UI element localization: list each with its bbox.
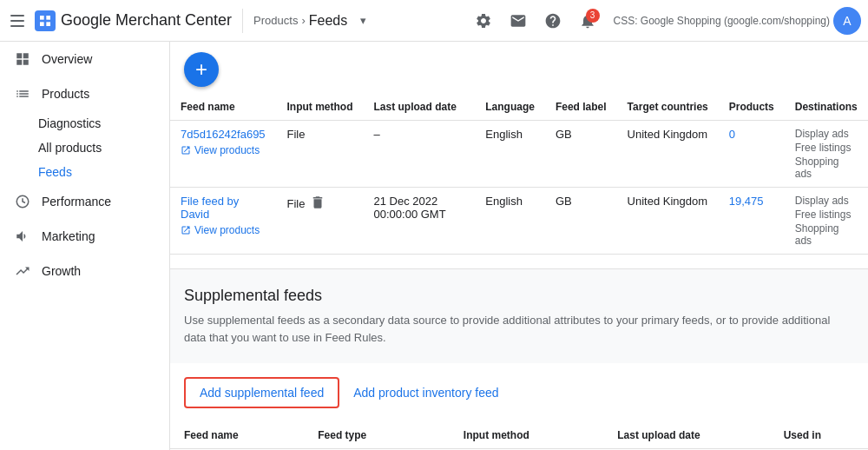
header-icons: 3 CSS: Google Shopping (google.com/shopp… — [468, 5, 862, 36]
sidebar-item-all-products[interactable]: All products — [0, 136, 162, 160]
input-method-cell-2: File — [277, 188, 364, 255]
products-icon — [14, 85, 31, 103]
add-supplemental-feed-button[interactable]: Add supplemental feed — [184, 377, 339, 408]
svg-rect-3 — [46, 22, 50, 26]
feed-name-cell: 7d5d16242fa695 View products — [170, 121, 277, 188]
language-cell-2: English — [475, 188, 545, 255]
sidebar-item-overview[interactable]: Overview — [0, 42, 162, 76]
col-destinations: Destinations — [785, 94, 868, 121]
products-count-cell-2: 19,475 — [719, 188, 785, 255]
feed-label-cell: GB — [545, 121, 617, 188]
account-dropdown[interactable]: ▾ — [354, 12, 372, 30]
top-header: Google Merchant Center Products › Feeds … — [0, 0, 868, 42]
css-label: CSS: Google Shopping (google.com/shoppin… — [614, 15, 831, 27]
sidebar-item-performance-label: Performance — [42, 195, 111, 208]
supp-col-last-upload: Last upload date — [603, 422, 769, 449]
notification-count: 3 — [586, 9, 600, 23]
delete-feed-icon[interactable] — [310, 195, 326, 213]
supplemental-feeds-section: Supplemental feeds Use supplemental feed… — [170, 268, 868, 363]
supplemental-buttons-area: Add supplemental feed Add product invent… — [170, 363, 868, 422]
hamburger-menu-icon[interactable] — [7, 10, 28, 31]
feed-name-cell: File feed by David View products — [170, 188, 277, 255]
view-products-link-2[interactable]: View products — [181, 224, 266, 236]
col-feed-name: Feed name — [170, 94, 277, 121]
last-upload-cell-2: 21 Dec 2022 00:00:00 GMT — [364, 188, 476, 255]
account-avatar[interactable]: A — [833, 7, 861, 35]
col-feed-label: Feed label — [545, 94, 617, 121]
primary-feeds-table-section: Feed name Input method Last upload date … — [170, 94, 868, 268]
sidebar-item-growth-label: Growth — [42, 264, 81, 278]
breadcrumb: Products › Feeds — [253, 13, 347, 29]
sidebar-item-growth[interactable]: Growth — [0, 254, 162, 288]
destinations-cell: Display ads Free listings Shopping ads — [785, 121, 868, 188]
feed-label-cell-2: GB — [545, 188, 617, 255]
table-row: 7d5d16242fa695 View products File – Engl… — [170, 121, 868, 188]
target-countries-cell: United Kingdom — [617, 121, 719, 188]
settings-icon[interactable] — [468, 5, 499, 36]
view-products-link[interactable]: View products — [181, 144, 266, 156]
supp-col-feed-name: Feed name — [170, 422, 304, 449]
language-cell: English — [475, 121, 545, 188]
header-divider — [242, 9, 243, 33]
breadcrumb-parent[interactable]: Products — [253, 14, 298, 27]
col-target-countries: Target countries — [617, 94, 719, 121]
app-title: Google Merchant Center — [61, 11, 232, 30]
growth-icon — [14, 262, 31, 280]
sidebar-item-products-label: Products — [42, 87, 89, 101]
add-feed-button[interactable]: + — [184, 52, 219, 87]
col-input-method: Input method — [277, 94, 364, 121]
target-countries-cell-2: United Kingdom — [617, 188, 719, 255]
sidebar-item-marketing[interactable]: Marketing — [0, 219, 162, 254]
col-language: Language — [475, 94, 545, 121]
app-logo: Google Merchant Center — [35, 10, 232, 31]
sidebar-item-feeds[interactable]: Feeds — [0, 160, 162, 184]
fab-area: + — [170, 42, 868, 94]
marketing-icon — [14, 228, 31, 245]
supp-col-input-method: Input method — [450, 422, 603, 449]
input-method-cell: File — [277, 121, 364, 188]
feed-name-link-2[interactable]: File feed by David — [181, 195, 239, 221]
table-row: File feed by David View products File — [170, 188, 868, 255]
sidebar-item-products[interactable]: Products — [0, 76, 162, 111]
help-icon[interactable] — [537, 5, 569, 36]
destinations-cell-2: Display ads Free listings Shopping ads — [785, 188, 868, 255]
mail-icon[interactable] — [503, 5, 534, 36]
supplemental-title: Supplemental feeds — [184, 287, 854, 305]
supp-col-used-in: Used in — [770, 422, 868, 449]
notifications-icon[interactable]: 3 — [572, 5, 603, 36]
sidebar-item-performance[interactable]: Performance — [0, 184, 162, 219]
overview-icon — [14, 50, 31, 68]
svg-rect-2 — [40, 22, 44, 26]
add-product-inventory-link[interactable]: Add product inventory feed — [353, 386, 498, 400]
last-upload-cell: – — [364, 121, 476, 188]
sidebar-item-marketing-label: Marketing — [42, 229, 95, 243]
col-last-upload: Last upload date — [364, 94, 476, 121]
logo-icon — [35, 10, 56, 31]
supplemental-description: Use supplemental feeds as a secondary da… — [184, 312, 854, 346]
performance-icon — [14, 193, 31, 210]
supplemental-feeds-table-section: Feed name Feed type Input method Last up… — [170, 422, 868, 450]
breadcrumb-current: Feeds — [309, 13, 347, 29]
main-content: + Feed name Input method Last upload dat… — [170, 42, 868, 450]
products-count-cell: 0 — [719, 121, 785, 188]
svg-rect-1 — [46, 16, 50, 20]
svg-rect-0 — [40, 16, 44, 20]
breadcrumb-separator: › — [301, 14, 305, 27]
supplemental-feeds-table: Feed name Feed type Input method Last up… — [170, 422, 868, 450]
page-layout: Overview Products Diagnostics All produc… — [0, 42, 868, 450]
feed-name-link[interactable]: 7d5d16242fa695 — [181, 128, 266, 141]
sidebar: Overview Products Diagnostics All produc… — [0, 42, 170, 450]
col-products: Products — [719, 94, 785, 121]
supp-col-feed-type: Feed type — [304, 422, 450, 449]
sidebar-item-diagnostics[interactable]: Diagnostics — [0, 111, 162, 136]
sidebar-item-overview-label: Overview — [42, 52, 92, 66]
primary-feeds-table: Feed name Input method Last upload date … — [170, 94, 868, 255]
